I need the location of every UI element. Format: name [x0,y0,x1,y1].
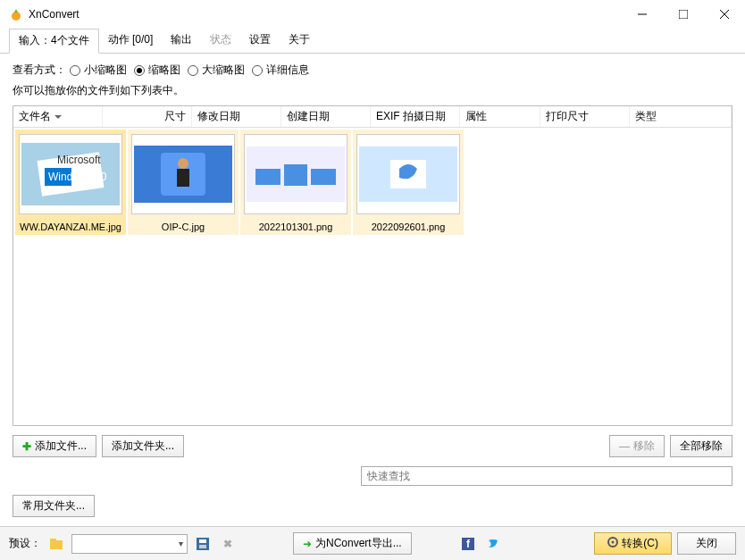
thumbnail-caption: WW.DAYANZAI.ME.jpg [20,221,121,232]
thumbnail-icon [356,134,460,214]
plus-icon: ✚ [22,440,31,453]
svg-text:Windows 10: Windows 10 [48,171,107,183]
col-attr[interactable]: 属性 [460,106,540,127]
window-title: XnConvert [29,8,622,21]
tab-output[interactable]: 输出 [162,29,201,53]
folder-row: 常用文件夹... [13,495,732,517]
list-item[interactable]: 2022101301.png [240,130,351,235]
view-detail[interactable]: 详细信息 [252,63,309,78]
list-item[interactable]: MicrosoftWindows 10 WW.DAYANZAI.ME.jpg [15,130,126,235]
list-item[interactable]: 2022092601.png [353,130,464,235]
view-label: 查看方式： [13,63,66,78]
col-modified[interactable]: 修改日期 [192,106,281,127]
svg-point-28 [612,541,615,544]
search-row [13,466,732,486]
file-list: 文件名 尺寸 修改日期 创建日期 EXIF 拍摄日期 属性 打印尺寸 类型 Mi… [13,105,732,426]
svg-rect-13 [177,169,189,187]
add-files-button[interactable]: ✚添加文件... [13,435,96,457]
delete-icon[interactable]: ✖ [218,534,238,554]
svg-rect-17 [311,169,336,185]
svg-rect-23 [199,539,206,543]
file-buttons-row: ✚添加文件... 添加文件夹... —移除 全部移除 [13,435,732,457]
list-item[interactable]: EXIF OIP-C.jpg [128,130,239,235]
footer: 预设： ✖ ➜为NConvert导出... f 转换(C) 关闭 [0,526,745,560]
tab-settings[interactable]: 设置 [240,29,280,53]
facebook-icon[interactable]: f [458,534,478,554]
view-small-thumb[interactable]: 小缩略图 [70,63,127,78]
convert-button[interactable]: 转换(C) [594,532,672,555]
minus-icon: — [619,440,630,453]
thumbnail-icon [244,134,347,214]
close-footer-button[interactable]: 关闭 [677,532,736,555]
view-mode-row: 查看方式： 小缩略图 缩略图 大缩略图 详细信息 [13,63,732,78]
view-thumb[interactable]: 缩略图 [134,63,180,78]
tab-actions[interactable]: 动作 [0/0] [99,29,163,53]
col-created[interactable]: 创建日期 [281,106,371,127]
maximize-button[interactable] [663,0,704,29]
svg-rect-15 [255,169,280,185]
svg-rect-16 [284,164,307,186]
view-large-thumb[interactable]: 大缩略图 [188,63,245,78]
add-folder-button[interactable]: 添加文件夹... [102,435,184,457]
svg-point-0 [12,12,21,21]
thumbnail-icon: EXIF [131,134,235,214]
thumbnail-icon: MicrosoftWindows 10 [19,134,122,214]
svg-point-12 [178,158,188,169]
close-button[interactable] [704,0,745,29]
tab-bar: 输入：4个文件 动作 [0/0] 输出 状态 设置 关于 [0,29,745,54]
app-icon [9,7,23,21]
remove-all-button[interactable]: 全部移除 [670,435,732,457]
col-filename[interactable]: 文件名 [13,106,103,127]
minimize-button[interactable] [622,0,663,29]
column-headers: 文件名 尺寸 修改日期 创建日期 EXIF 拍摄日期 属性 打印尺寸 类型 [13,106,732,128]
thumbnail-caption: 2022092601.png [372,221,446,232]
remove-button[interactable]: —移除 [609,435,665,457]
tab-status: 状态 [201,29,240,53]
col-size[interactable]: 尺寸 [103,106,192,127]
open-folder-icon[interactable] [46,534,66,554]
content-area: 查看方式： 小缩略图 缩略图 大缩略图 详细信息 你可以拖放你的文件到如下列表中… [0,54,745,526]
tab-about[interactable]: 关于 [280,29,319,53]
save-icon[interactable] [193,534,213,554]
twitter-icon[interactable] [483,534,503,554]
preset-combo[interactable] [71,534,188,554]
svg-rect-2 [679,10,688,19]
col-exif[interactable]: EXIF 拍摄日期 [371,106,460,127]
gear-icon [607,537,618,550]
col-type[interactable]: 类型 [630,106,732,127]
thumbnail-area[interactable]: MicrosoftWindows 10 WW.DAYANZAI.ME.jpg E… [13,128,732,237]
col-print[interactable]: 打印尺寸 [540,106,630,127]
export-icon: ➜ [303,538,312,550]
tab-input[interactable]: 输入：4个文件 [9,29,99,54]
svg-rect-21 [50,539,56,542]
common-folder-button[interactable]: 常用文件夹... [13,495,95,517]
thumbnail-caption: OIP-C.jpg [162,221,205,232]
titlebar: XnConvert [0,0,745,29]
thumbnail-caption: 2022101301.png [259,221,333,232]
svg-text:Microsoft: Microsoft [57,154,101,166]
export-nconvert-button[interactable]: ➜为NConvert导出... [293,532,412,555]
drop-hint: 你可以拖放你的文件到如下列表中。 [13,83,732,98]
preset-label: 预设： [9,536,41,551]
search-input[interactable] [361,466,732,486]
svg-rect-24 [199,545,206,548]
